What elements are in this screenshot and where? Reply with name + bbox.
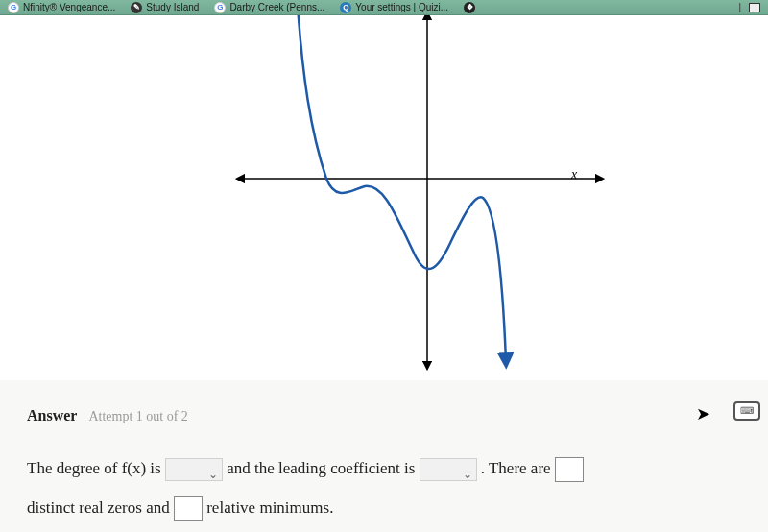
minimums-input[interactable]	[174, 496, 203, 521]
x-axis-label: x	[571, 167, 577, 182]
bookmark-darby-creek[interactable]: G Darby Creek (Penns...	[214, 2, 324, 13]
bookmark-label: Your settings | Quizi...	[355, 2, 448, 12]
answer-section: ➤ ⌨ Answer Attempt 1 out of 2 The degree…	[0, 380, 768, 532]
zeros-input[interactable]	[555, 457, 584, 482]
sentence-part4: distinct real zeros and	[27, 498, 170, 517]
bookmark-bar-right: |	[738, 2, 760, 12]
cursor-icon: ➤	[696, 394, 710, 435]
bookmark-quizizz[interactable]: Q Your settings | Quizi...	[340, 2, 448, 13]
degree-select[interactable]	[165, 458, 223, 481]
bookmark-label: Darby Creek (Penns...	[229, 2, 324, 12]
polynomial-graph	[149, 15, 619, 380]
leading-coefficient-select[interactable]	[420, 458, 477, 481]
sentence-part3: . There are	[481, 459, 551, 477]
google-icon: G	[8, 2, 19, 13]
answer-title: Answer	[27, 407, 77, 423]
quizizz-icon: Q	[340, 2, 351, 13]
attempt-label: Attempt 1 out of 2	[88, 409, 187, 423]
bookmark-label: Study Island	[146, 2, 199, 12]
answer-sentence: The degree of f(x) is and the leading co…	[27, 449, 741, 528]
bookmark-study-island[interactable]: ✎ Study Island	[131, 2, 199, 13]
bookmark-nfinity[interactable]: G Nfinity® Vengeance...	[8, 2, 115, 13]
answer-header: Answer Attempt 1 out of 2	[27, 398, 741, 434]
sentence-part5: relative minimums.	[206, 498, 333, 517]
graph-area: x	[0, 15, 768, 380]
site-icon: ❖	[464, 2, 475, 13]
bookmark-bar: G Nfinity® Vengeance... ✎ Study Island G…	[0, 0, 768, 15]
divider-icon: |	[738, 2, 741, 12]
keyboard-icon[interactable]: ⌨	[733, 401, 760, 421]
sentence-part2: and the leading coefficient is	[227, 459, 415, 477]
bookmark-label: Nfinity® Vengeance...	[23, 2, 115, 12]
sentence-part1: The degree of f(x) is	[27, 459, 161, 477]
study-island-icon: ✎	[131, 2, 142, 13]
google-icon: G	[214, 2, 226, 13]
bookmark-extra[interactable]: ❖	[464, 2, 475, 13]
window-control-icon[interactable]	[749, 3, 760, 12]
